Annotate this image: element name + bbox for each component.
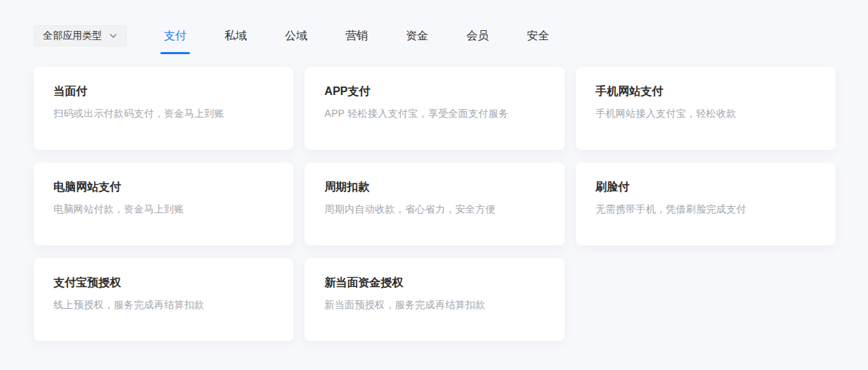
app-cards-grid: 当面付 扫码或出示付款码支付，资金马上到账 APP支付 APP 轻松接入支付宝，… (34, 67, 836, 341)
card-alipay-pre-auth[interactable]: 支付宝预授权 线上预授权，服务完成再结算扣款 (34, 258, 293, 341)
card-description: 扫码或出示付款码支付，资金马上到账 (53, 108, 274, 120)
tab-private-domain[interactable]: 私域 (224, 29, 247, 44)
app-type-filter[interactable]: 全部应用类型 (34, 25, 127, 46)
card-description: 无需携带手机，凭借刷脸完成支付 (596, 203, 816, 216)
card-title: 新当面资金授权 (324, 276, 544, 291)
tab-public-domain[interactable]: 公域 (285, 29, 307, 44)
card-description: 周期内自动收款，省心省力，安全方便 (324, 203, 544, 216)
card-face-to-face-pay[interactable]: 当面付 扫码或出示付款码支付，资金马上到账 (34, 67, 293, 150)
category-tabs: 支付私域公域营销资金会员安全 (164, 29, 549, 44)
tab-security[interactable]: 安全 (527, 29, 549, 44)
tab-marketing[interactable]: 营销 (345, 29, 368, 44)
card-description: 新当面预授权，服务完成再结算扣款 (324, 299, 544, 312)
card-title: 刷脸付 (596, 180, 816, 195)
card-title: 手机网站支付 (596, 84, 816, 99)
card-description: 线上预授权，服务完成再结算扣款 (53, 299, 274, 312)
app-type-filter-label: 全部应用类型 (43, 30, 102, 42)
card-description: 手机网站接入支付宝，轻松收款 (596, 108, 816, 120)
card-title: APP支付 (324, 84, 544, 99)
card-new-f2f-fund-auth[interactable]: 新当面资金授权 新当面预授权，服务完成再结算扣款 (305, 258, 564, 341)
card-app-pay[interactable]: APP支付 APP 轻松接入支付宝，享受全面支付服务 (305, 67, 564, 150)
tab-payment[interactable]: 支付 (164, 29, 186, 44)
card-title: 电脑网站支付 (53, 180, 274, 195)
card-face-scan-pay[interactable]: 刷脸付 无需携带手机，凭借刷脸完成支付 (576, 162, 836, 245)
header-bar: 全部应用类型 支付私域公域营销资金会员安全 (0, 0, 868, 46)
card-description: APP 轻松接入支付宝，享受全面支付服务 (324, 108, 544, 120)
card-title: 周期扣款 (324, 180, 544, 195)
card-pc-web-pay[interactable]: 电脑网站支付 电脑网站付款，资金马上到账 (34, 162, 293, 245)
chevron-down-icon (109, 32, 117, 40)
tab-funds[interactable]: 资金 (406, 29, 428, 44)
card-periodic-deduction[interactable]: 周期扣款 周期内自动收款，省心省力，安全方便 (305, 162, 564, 245)
card-wap-pay[interactable]: 手机网站支付 手机网站接入支付宝，轻松收款 (576, 67, 836, 150)
card-description: 电脑网站付款，资金马上到账 (53, 203, 274, 216)
card-title: 支付宝预授权 (53, 276, 274, 291)
tab-membership[interactable]: 会员 (466, 29, 489, 44)
card-title: 当面付 (53, 84, 274, 99)
